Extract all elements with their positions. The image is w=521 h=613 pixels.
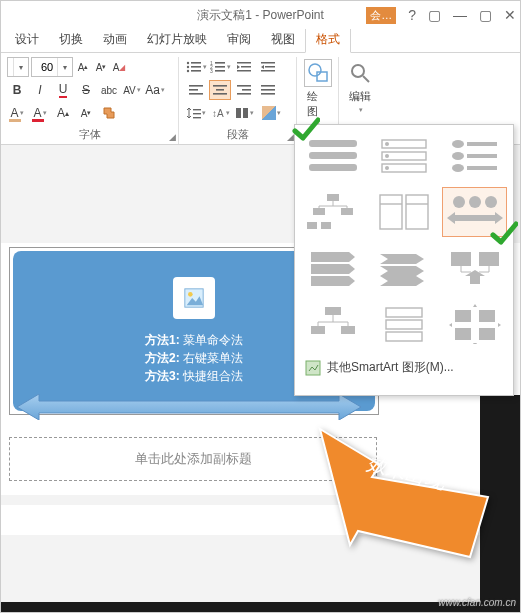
char-spacing-button[interactable]: AV▾ [122, 80, 142, 100]
svg-rect-14 [237, 70, 251, 72]
meeting-button[interactable]: 会… [366, 7, 396, 24]
svg-point-50 [385, 166, 389, 170]
svg-rect-88 [479, 328, 495, 340]
paragraph-group: ▾ 123▾ ▾ ↕A▾ ▾ ▾ 段落 ◢ [179, 57, 297, 144]
text-direction-button[interactable]: ↕A▾ [209, 103, 231, 123]
tab-review[interactable]: 审阅 [217, 27, 261, 52]
chevron-down-icon[interactable]: ▾ [57, 58, 71, 76]
svg-point-51 [452, 140, 464, 148]
convert-smartart-button[interactable]: ▾ [257, 103, 285, 123]
smartart-layout-table-list[interactable] [372, 187, 437, 237]
svg-point-55 [452, 164, 464, 172]
svg-point-70 [453, 196, 465, 208]
tab-slideshow[interactable]: 幻灯片放映 [137, 27, 217, 52]
minimize-button[interactable]: — [453, 7, 467, 23]
svg-rect-34 [236, 108, 241, 118]
font-group: ▾ 60 ▾ A▴ A▾ A◢ B I U S abc AV▾ Aa▾ A▾ A… [1, 57, 179, 144]
smartart-layout-chevron-process[interactable] [301, 243, 366, 293]
indent-inc-button[interactable] [257, 57, 279, 77]
picture-placeholder-icon[interactable] [173, 277, 215, 319]
format-painter-button[interactable] [99, 103, 119, 123]
align-center-button[interactable] [209, 80, 231, 100]
chevron-down-icon[interactable]: ▾ [13, 58, 27, 76]
strike-button[interactable]: S [76, 80, 96, 100]
smartart-layout-stacked-list[interactable] [372, 299, 437, 349]
smartart-layout-org-chart[interactable] [301, 299, 366, 349]
numbering-button[interactable]: 123▾ [209, 57, 231, 77]
svg-rect-17 [261, 70, 275, 72]
smartart-layout-block-list[interactable] [301, 131, 366, 181]
change-case-button[interactable]: Aa▾ [145, 80, 165, 100]
align-justify-button[interactable] [257, 80, 279, 100]
font-family-combo[interactable]: ▾ [7, 57, 29, 77]
indent-dec-button[interactable] [233, 57, 255, 77]
svg-rect-83 [386, 320, 422, 329]
svg-point-38 [352, 65, 364, 77]
font-size-combo[interactable]: 60 ▾ [31, 57, 73, 77]
svg-rect-76 [311, 326, 325, 334]
smartart-layout-converging-arrows[interactable] [442, 243, 507, 293]
svg-rect-74 [479, 252, 499, 266]
svg-rect-44 [309, 164, 357, 171]
svg-rect-60 [307, 222, 317, 229]
smartart-layout-segmented-process[interactable] [372, 243, 437, 293]
bold-button[interactable]: B [7, 80, 27, 100]
svg-rect-59 [341, 208, 353, 215]
svg-rect-27 [261, 85, 275, 87]
chevron-down-icon[interactable]: ▾ [359, 106, 363, 114]
close-button[interactable]: ✕ [504, 7, 516, 23]
svg-rect-15 [261, 62, 275, 64]
more-smartart-button[interactable]: 其他SmartArt 图形(M)... [301, 355, 507, 380]
tab-animations[interactable]: 动画 [93, 27, 137, 52]
shrink-font2-button[interactable]: A▾ [76, 103, 96, 123]
smartart-flyout: 其他SmartArt 图形(M)... [294, 124, 514, 396]
restore-button[interactable]: ▢ [479, 7, 492, 23]
italic-button[interactable]: I [30, 80, 50, 100]
shapes-button[interactable] [304, 59, 332, 87]
title-bar: 演示文稿1 - PowerPoint 会… ? ▢ — ▢ ✕ [1, 1, 520, 29]
tab-transitions[interactable]: 切换 [49, 27, 93, 52]
dialog-launcher-icon[interactable]: ◢ [169, 132, 176, 142]
editing-button[interactable] [346, 59, 374, 87]
line-spacing-button[interactable]: ▾ [185, 103, 207, 123]
columns-button[interactable]: ▾ [233, 103, 255, 123]
smartart-layout-vertical-circle[interactable] [442, 131, 507, 181]
smartart-layout-vertical-bullet[interactable] [372, 131, 437, 181]
double-arrow-shape[interactable] [17, 394, 361, 420]
svg-rect-24 [237, 85, 251, 87]
svg-rect-22 [216, 89, 224, 91]
align-right-button[interactable] [233, 80, 255, 100]
smartart-text[interactable]: 方法1: 菜单命令法 方法2: 右键菜单法 方法3: 快捷组合法 [145, 331, 243, 385]
shrink-font-button[interactable]: A▾ [93, 59, 109, 75]
svg-rect-66 [380, 195, 402, 229]
smartart-layout-cycle-matrix[interactable] [442, 299, 507, 349]
ribbon-tabs: 设计 切换 动画 幻灯片放映 审阅 视图 格式 [1, 29, 520, 53]
bullets-button[interactable]: ▾ [185, 57, 207, 77]
font-fill-button[interactable]: A▾ [7, 103, 27, 123]
underline-button[interactable]: U [53, 80, 73, 100]
align-left-button[interactable] [185, 80, 207, 100]
shadow-button[interactable]: abc [99, 80, 119, 100]
svg-point-72 [485, 196, 497, 208]
svg-rect-5 [191, 70, 201, 72]
tab-format[interactable]: 格式 [305, 26, 351, 53]
svg-rect-23 [213, 93, 227, 95]
tab-view[interactable]: 视图 [261, 27, 305, 52]
svg-rect-16 [265, 66, 275, 68]
font-group-label: 字体 [7, 127, 172, 144]
smartart-layout-hierarchy[interactable] [301, 187, 366, 237]
paragraph-group-label: 段落 [185, 127, 290, 144]
svg-rect-86 [479, 310, 495, 322]
svg-rect-25 [242, 89, 251, 91]
svg-point-71 [469, 196, 481, 208]
editing-label: 编辑 [349, 89, 371, 104]
clear-format-button[interactable]: A◢ [111, 59, 127, 75]
grow-font2-button[interactable]: A▴ [53, 103, 73, 123]
svg-rect-58 [313, 208, 325, 215]
smartart-layout-continuous-picture[interactable] [442, 187, 507, 237]
grow-font-button[interactable]: A▴ [75, 59, 91, 75]
ribbon-options-icon[interactable]: ▢ [428, 7, 441, 23]
font-color-button[interactable]: A▾ [30, 103, 50, 123]
tab-design[interactable]: 设计 [5, 27, 49, 52]
help-icon[interactable]: ? [408, 7, 416, 23]
